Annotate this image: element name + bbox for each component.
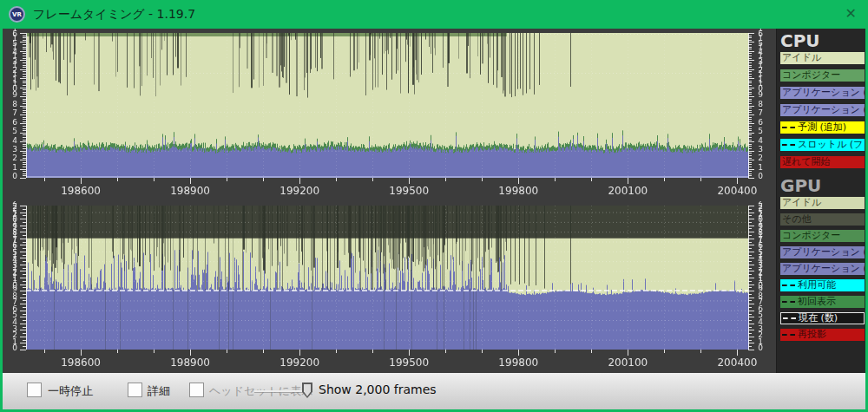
bottom-toolbar: 一時停止 詳細 ヘッドセットに表示 Show 2,000 frames <box>3 373 865 409</box>
pause-checkbox[interactable] <box>27 383 42 397</box>
dashed-line-icon <box>782 334 795 336</box>
legend-item-label: コンポジター <box>782 69 840 82</box>
legend-item-label: アプリケーション ( <box>782 104 865 116</box>
dashed-line-icon <box>782 301 795 303</box>
frame-timing-window: VR フレームタイミング - 1.19.7 ✕ CPU アイドルコンポジターアプ… <box>0 0 868 412</box>
close-icon[interactable]: ✕ <box>845 5 857 23</box>
cpu-legend-header: CPU <box>777 29 865 49</box>
legend-item-label: 利用可能 <box>798 279 836 291</box>
gpu-chart-canvas <box>3 201 776 373</box>
legend-item-label: コンポジター <box>782 230 840 242</box>
legend-item: 利用可能 <box>780 279 865 291</box>
legend-item: 初回表示 <box>780 296 865 308</box>
legend-item: アプリケーション ( <box>780 104 865 116</box>
frames-count-label: Show 2,000 frames <box>319 383 437 396</box>
legend-item-label: その他 <box>782 213 812 226</box>
legend-item: 現在 (数) <box>780 312 865 324</box>
cpu-legend-list: アイドルコンポジターアプリケーション (アプリケーション (予測 (追加)スロッ… <box>777 49 865 168</box>
legend-item: 再投影 <box>780 329 865 341</box>
legend-item-label: 遅れて開始 <box>782 156 831 168</box>
legend-item-label: アイドル <box>782 197 821 209</box>
legend-item-label: スロットル (フ <box>798 139 863 151</box>
dashed-line-icon <box>782 284 795 286</box>
dashed-line-icon <box>782 144 795 146</box>
dashed-line-icon <box>783 317 796 319</box>
legend-item: コンポジター <box>780 230 865 242</box>
legend-item: 予測 (追加) <box>780 121 865 134</box>
gpu-legend-header: GPU <box>777 173 865 194</box>
frames-slider-track[interactable] <box>254 390 304 392</box>
steamvr-logo-icon: VR <box>9 6 25 23</box>
legend-item: アイドル <box>780 52 865 64</box>
legend-item: コンポジター <box>780 69 865 82</box>
legend-item-label: アイドル <box>782 52 821 64</box>
window-content: CPU アイドルコンポジターアプリケーション (アプリケーション (予測 (追加… <box>3 29 865 409</box>
headset-checkbox[interactable] <box>189 383 204 397</box>
title-bar[interactable]: VR フレームタイミング - 1.19.7 ✕ <box>0 0 868 29</box>
legend-item-label: 再投影 <box>798 329 826 341</box>
legend-item-label: アプリケーション ( <box>782 263 865 275</box>
window-title: フレームタイミング - 1.19.7 <box>33 7 195 23</box>
details-label: 詳細 <box>148 383 170 399</box>
legend-item: スロットル (フ <box>780 139 865 151</box>
legend-item: アプリケーション ( <box>780 263 865 275</box>
frames-slider-thumb-face <box>304 384 311 396</box>
legend-panel: CPU アイドルコンポジターアプリケーション (アプリケーション (予測 (追加… <box>776 29 865 373</box>
legend-item-label: アプリケーション ( <box>782 246 865 258</box>
legend-item-label: アプリケーション ( <box>782 87 865 99</box>
legend-item: その他 <box>780 213 865 226</box>
details-checkbox[interactable] <box>128 383 142 397</box>
legend-item: アイドル <box>780 197 865 209</box>
gpu-legend-list: アイドルその他コンポジターアプリケーション (アプリケーション (利用可能初回表… <box>777 194 865 341</box>
dashed-line-icon <box>782 127 795 128</box>
cpu-chart-canvas <box>3 29 776 201</box>
legend-item: アプリケーション ( <box>780 87 865 99</box>
pause-label: 一時停止 <box>48 383 93 399</box>
legend-item-label: 予測 (追加) <box>798 121 846 134</box>
legend-item: 遅れて開始 <box>780 156 865 168</box>
legend-item-label: 現在 (数) <box>799 312 838 324</box>
legend-item: アプリケーション ( <box>780 246 865 258</box>
legend-item-label: 初回表示 <box>798 296 836 308</box>
